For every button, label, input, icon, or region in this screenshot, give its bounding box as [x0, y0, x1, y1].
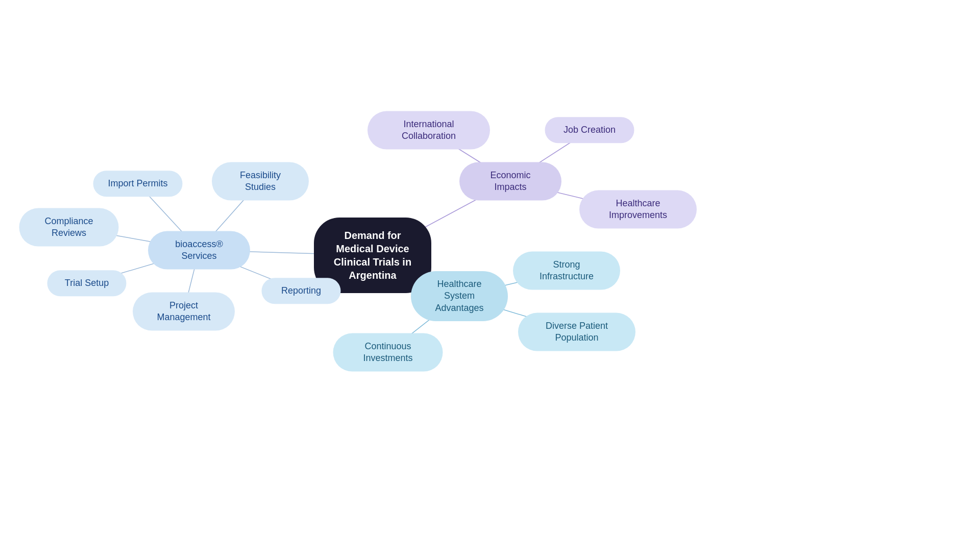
project-management-node: Project Management — [133, 293, 235, 331]
reporting-node: Reporting — [262, 278, 341, 304]
healthcare-improvements-node: Healthcare Improvements — [579, 190, 697, 229]
job-creation-node: Job Creation — [545, 117, 634, 143]
import-permits-node: Import Permits — [93, 171, 183, 197]
feasibility-studies-node: Feasibility Studies — [212, 162, 309, 201]
trial-setup-node: Trial Setup — [47, 270, 127, 296]
compliance-reviews-node: Compliance Reviews — [19, 208, 119, 247]
strong-infrastructure-node: Strong Infrastructure — [513, 252, 620, 290]
mindmap-container: Demand for Medical Device Clinical Trial… — [0, 0, 980, 553]
international-collab-node: International Collaboration — [368, 111, 490, 150]
bioaccess-node: bioaccess® Services — [148, 231, 250, 270]
economic-impacts-node: Economic Impacts — [459, 162, 561, 201]
diverse-patient-node: Diverse Patient Population — [518, 313, 635, 351]
healthcare-system-adv-node: Healthcare System Advantages — [411, 271, 508, 321]
continuous-investments-node: Continuous Investments — [333, 333, 443, 372]
